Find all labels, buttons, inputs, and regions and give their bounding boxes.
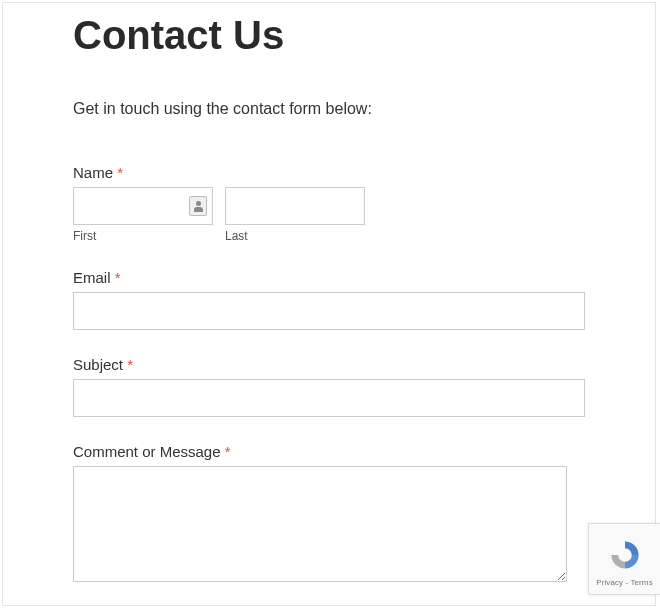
required-mark: *	[117, 164, 123, 181]
subject-field-group: Subject *	[73, 356, 585, 417]
email-input[interactable]	[73, 292, 585, 330]
message-field-group: Comment or Message *	[73, 443, 585, 586]
message-label: Comment or Message *	[73, 443, 585, 460]
subject-input[interactable]	[73, 379, 585, 417]
subject-label: Subject *	[73, 356, 585, 373]
required-mark: *	[127, 356, 133, 373]
required-mark: *	[115, 269, 121, 286]
last-name-input[interactable]	[225, 187, 365, 225]
message-label-text: Comment or Message	[73, 443, 221, 460]
recaptcha-text: Privacy - Terms	[596, 578, 652, 587]
first-sublabel: First	[73, 229, 213, 243]
email-label: Email *	[73, 269, 585, 286]
subject-label-text: Subject	[73, 356, 123, 373]
recaptcha-icon	[608, 538, 642, 572]
name-label-text: Name	[73, 164, 113, 181]
first-name-input[interactable]	[73, 187, 213, 225]
required-mark: *	[225, 443, 231, 460]
message-textarea[interactable]	[73, 466, 567, 582]
last-name-col: Last	[225, 187, 365, 243]
first-name-col: First	[73, 187, 213, 243]
name-field-group: Name * First Last	[73, 164, 585, 243]
name-label: Name *	[73, 164, 585, 181]
last-sublabel: Last	[225, 229, 365, 243]
name-row: First Last	[73, 187, 585, 243]
form-container: Contact Us Get in touch using the contac…	[2, 2, 656, 606]
email-label-text: Email	[73, 269, 111, 286]
page-title: Contact Us	[73, 13, 585, 58]
intro-text: Get in touch using the contact form belo…	[73, 100, 585, 118]
email-field-group: Email *	[73, 269, 585, 330]
recaptcha-badge[interactable]: Privacy - Terms	[588, 523, 660, 595]
